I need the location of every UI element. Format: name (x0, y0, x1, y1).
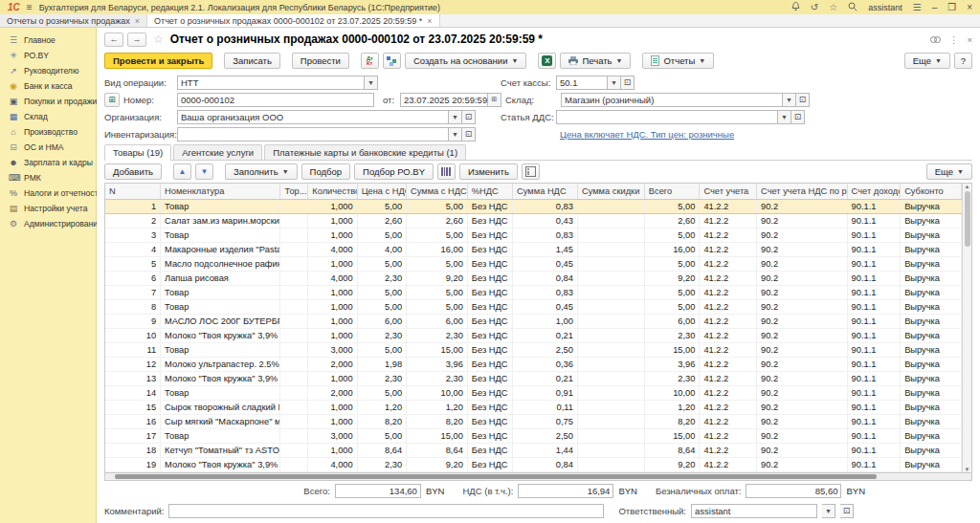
cell[interactable]: 90.2 (757, 228, 848, 242)
link-icon[interactable] (930, 34, 941, 45)
more-button-top[interactable]: Еще▼ (904, 53, 950, 69)
cell[interactable] (280, 228, 308, 242)
cell[interactable] (577, 285, 644, 299)
cell[interactable]: Выручка (901, 228, 962, 242)
cell[interactable]: 2,30 (357, 371, 406, 385)
comment-field[interactable] (168, 504, 604, 518)
cell[interactable]: Молоко "Твоя кружка" 3,9% ультрапасте... (161, 457, 280, 471)
cell[interactable]: Без НДС (467, 256, 512, 271)
cell[interactable]: 2,000 (308, 357, 357, 371)
column-header[interactable]: Количество (308, 184, 357, 199)
barcode-scan-button[interactable] (437, 163, 456, 180)
write-button[interactable]: Записать (224, 53, 280, 69)
column-header[interactable]: Сумма НДС (513, 184, 578, 199)
cell[interactable]: 4,00 (357, 242, 406, 256)
document-structure-button[interactable] (383, 53, 401, 69)
back-button[interactable]: ← (104, 33, 123, 47)
cell[interactable]: 1,000 (308, 285, 357, 299)
tab-agent-services[interactable]: Агентские услуги (173, 144, 262, 160)
cell[interactable]: 14 (105, 385, 161, 400)
cell[interactable]: 9 (105, 314, 161, 328)
cell[interactable] (577, 228, 644, 242)
cell[interactable]: Выручка (901, 428, 962, 443)
cell[interactable]: 8 (105, 299, 161, 314)
cell[interactable]: 5,00 (644, 256, 700, 271)
sidebar-item-administration-gear[interactable]: ⚙Администрирование (0, 216, 96, 231)
sidebar-item-accounting-settings[interactable]: ▤Настройки учета (0, 201, 96, 216)
cell[interactable]: 90.2 (757, 443, 848, 457)
close-window-button[interactable]: × (967, 2, 972, 12)
cell[interactable]: 1,44 (513, 443, 578, 457)
cell[interactable]: 15,00 (644, 428, 700, 443)
cell[interactable]: 9,20 (644, 271, 700, 285)
cell[interactable]: 90.2 (757, 371, 848, 385)
history-icon[interactable]: ↺ (811, 3, 818, 12)
post-and-close-button[interactable]: Провести и закрыть (104, 53, 212, 69)
cell[interactable]: 16,00 (644, 242, 700, 256)
cell[interactable]: Без НДС (467, 414, 512, 428)
sidebar-item-taxes-reports[interactable]: %Налоги и отчетность (0, 185, 96, 201)
cell[interactable]: 3,000 (308, 428, 357, 443)
cell[interactable]: 5,00 (357, 342, 406, 357)
cell[interactable] (577, 328, 644, 342)
cell[interactable]: 90.2 (757, 457, 848, 471)
cell[interactable]: 90.1.1 (847, 299, 901, 314)
cell[interactable] (280, 328, 308, 342)
cell[interactable]: 19 (105, 457, 161, 471)
cell[interactable]: 8,64 (357, 443, 406, 457)
cell[interactable]: 0,11 (513, 400, 578, 414)
cell[interactable]: 41.2.2 (700, 400, 757, 414)
column-header[interactable]: Счет учета НДС по реали... (757, 184, 848, 199)
cell[interactable]: Без НДС (467, 428, 512, 443)
cell[interactable]: 2,60 (407, 213, 468, 228)
cell[interactable]: 4 (105, 242, 161, 256)
cell[interactable]: 5,00 (644, 199, 700, 213)
cell[interactable]: 1,000 (308, 199, 357, 213)
cell[interactable]: 1,98 (357, 357, 406, 371)
cell[interactable] (577, 199, 644, 213)
table-row[interactable]: 18Кетчуп "Томатный" тз ASTORIA PRO бан..… (105, 443, 962, 457)
open-icon[interactable]: ⊡ (796, 93, 810, 107)
cell[interactable]: Выручка (901, 385, 962, 400)
cell[interactable]: 90.1.1 (847, 271, 901, 285)
maximize-button[interactable]: ❒ (947, 2, 956, 12)
cell[interactable]: 41.2.2 (700, 457, 757, 471)
scroll-up-icon[interactable]: ▲ (965, 184, 970, 189)
open-icon[interactable]: ⊡ (621, 76, 635, 90)
cell[interactable]: 6,00 (407, 314, 468, 328)
cell[interactable]: Выручка (901, 371, 962, 385)
table-row[interactable]: 2Салат зам.из марин.морских водоросле...… (105, 213, 962, 228)
fill-button[interactable]: Заполнить▼ (225, 163, 298, 180)
cell[interactable]: 5,00 (407, 199, 468, 213)
table-row[interactable]: 3Товар1,0005,005,00Без НДС0,835,0041.2.2… (105, 228, 962, 242)
cell[interactable]: 41.2.2 (700, 213, 757, 228)
table-row[interactable]: 16Сыр мягкий "Маскарпоне" мдж 78%, 50...… (105, 414, 962, 428)
cell[interactable]: 90.2 (757, 242, 848, 256)
cell[interactable]: 1,000 (308, 256, 357, 271)
cell[interactable]: 41.2.2 (700, 256, 757, 271)
cell[interactable]: Выручка (901, 314, 962, 328)
cell[interactable]: 90.2 (757, 385, 848, 400)
cell[interactable]: 1,20 (357, 400, 406, 414)
sidebar-item-warehouse[interactable]: ▦Склад (0, 109, 96, 124)
cell[interactable] (280, 357, 308, 371)
table-row[interactable]: 15Сырок творожный сладкий Молочный М...1… (105, 400, 962, 414)
window-tab-list[interactable]: Отчеты о розничных продажах × (0, 14, 147, 27)
cell[interactable] (577, 342, 644, 357)
sidebar-item-purchases-sales-cart[interactable]: ▣Покупки и продажи (0, 94, 96, 109)
cell[interactable] (280, 213, 308, 228)
inventory-field[interactable] (177, 127, 449, 142)
cell[interactable]: 8,20 (357, 414, 406, 428)
cell[interactable]: 41.2.2 (700, 342, 757, 357)
cell[interactable]: 5,00 (357, 428, 406, 443)
table-row[interactable]: 19Молоко "Твоя кружка" 3,9% ультрапасте.… (105, 457, 962, 471)
cell[interactable]: 5,00 (357, 228, 406, 242)
cell[interactable]: 41.2.2 (700, 299, 757, 314)
cell[interactable] (577, 256, 644, 271)
column-header[interactable]: Сумма скидки (577, 184, 644, 199)
cell[interactable]: 90.1.1 (847, 357, 901, 371)
operation-type-field[interactable]: НТТ (177, 76, 365, 90)
column-header[interactable]: Тор... (280, 184, 308, 199)
scrollbar-thumb[interactable] (115, 474, 877, 479)
cell[interactable]: 90.2 (757, 256, 848, 271)
